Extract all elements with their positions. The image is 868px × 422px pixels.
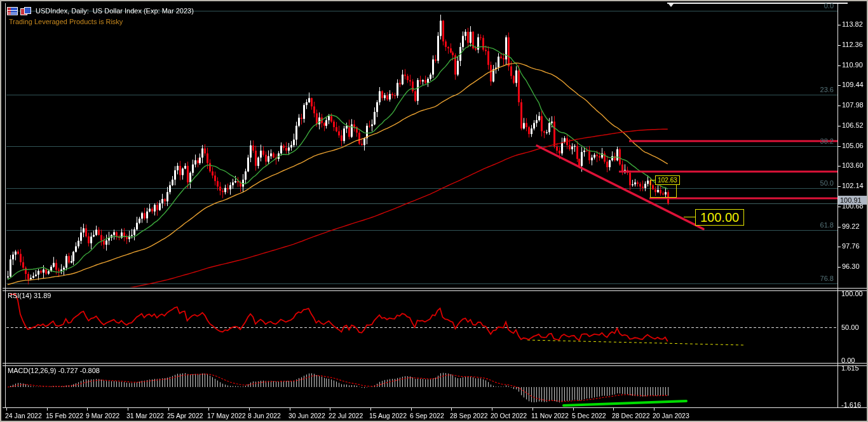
chart-shift-line (667, 3, 848, 4)
price-axis-tick (837, 166, 841, 167)
time-axis-tick (249, 408, 250, 411)
chart-title: USDIndex, Daily: US Dollar Index (Exp: M… (36, 7, 194, 15)
price-axis-tick (837, 267, 841, 268)
time-axis-label: 31 Mar 2022 (126, 412, 164, 419)
price-axis-tick (837, 106, 841, 106)
price-axis-tick (837, 207, 841, 207)
panel-separator[interactable] (3, 363, 867, 364)
time-axis-label: 28 Dec 2022 (612, 412, 650, 419)
price-axis-label: 102.14 (842, 182, 864, 189)
price-tag-annotation[interactable]: 102.63 (655, 175, 680, 185)
price-axis-tick (837, 126, 841, 126)
time-axis-label: 15 Feb 2022 (46, 412, 83, 419)
price-axis-tick (837, 186, 841, 187)
time-axis-tick (411, 408, 412, 411)
fib-level-label: 76.8 (820, 275, 834, 282)
price-axis-tick (837, 25, 841, 25)
price-axis-tick (837, 227, 841, 228)
time-axis-tick (6, 408, 7, 411)
fib-level-label: 0.0 (824, 2, 834, 10)
price-axis-label: 113.82 (842, 20, 863, 28)
price-axis-label: 96.30 (842, 262, 860, 270)
price-axis-label: 110.90 (842, 61, 863, 69)
price-axis-label: 99.22 (842, 222, 860, 230)
rsi-scale-label: 50.00 (841, 323, 859, 331)
time-axis-tick (168, 408, 169, 411)
price-axis-label: 107.98 (842, 101, 864, 109)
rsi-scale-label: 100.00 (841, 290, 863, 297)
time-axis-label: 24 Jan 2022 (5, 412, 42, 419)
rsi-scale-label: 0.00 (841, 357, 855, 364)
price-axis-border (837, 3, 838, 408)
fib-level-label: 23.6 (820, 86, 834, 93)
panel-separator[interactable] (3, 288, 867, 289)
time-axis-tick (330, 408, 330, 411)
current-price-badge: 100.91 (838, 196, 868, 205)
price-axis-tick (837, 45, 841, 46)
time-axis-label: 20 Oct 2022 (491, 412, 527, 419)
price-axis-label: 106.52 (842, 121, 864, 129)
left-plot-border (5, 3, 6, 408)
macd-indicator-label: MACD(12,26,9) -0.727 -0.808 (8, 367, 100, 374)
panel-separator[interactable] (3, 365, 867, 366)
time-axis-label: 17 May 2022 (207, 412, 246, 419)
time-axis-tick (87, 408, 88, 411)
price-axis-tick (837, 65, 841, 66)
fib-level-label: 50.0 (820, 179, 834, 187)
chart-window: USDIndex, Daily: US Dollar Index (Exp: M… (0, 0, 868, 422)
price-axis-label: 97.76 (842, 242, 860, 250)
price-axis-label: 109.44 (842, 81, 864, 88)
fib-level-label: 61.8 (820, 221, 834, 229)
price-axis-tick (837, 85, 841, 86)
macd-scale-label: 1.615 (841, 364, 859, 372)
time-axis-tick (613, 408, 614, 411)
rsi-indicator-label: RSI(14) 31.89 (8, 292, 51, 299)
price-axis-label: 103.60 (842, 161, 864, 169)
target-callout-line (684, 217, 695, 217)
macd-scale-label: -1.616 (841, 401, 861, 409)
time-axis-tick (128, 408, 128, 411)
price-axis-label: 112.36 (842, 41, 863, 48)
risk-warning: Trading Leveraged Products is Risky (9, 18, 123, 25)
time-axis-tick (654, 408, 654, 411)
time-axis-tick (290, 408, 290, 411)
price-axis-label: 105.06 (842, 142, 864, 149)
price-axis-tick (837, 247, 841, 247)
time-axis-separator (3, 407, 867, 408)
price-axis-tick (837, 146, 841, 147)
time-axis-label: 9 Mar 2022 (86, 412, 119, 419)
time-axis-label: 11 Nov 2022 (531, 412, 569, 419)
panel-separator[interactable] (3, 290, 867, 291)
chart-shift-marker-icon[interactable] (668, 4, 674, 7)
time-axis-label: 30 Jun 2022 (288, 412, 325, 419)
bar-chart-icon[interactable] (20, 7, 31, 15)
time-axis-tick (47, 408, 48, 411)
time-axis-label: 25 Apr 2022 (167, 412, 203, 419)
time-axis-label: 20 Jan 2023 (653, 412, 689, 419)
time-axis-tick (573, 408, 574, 411)
time-axis-label: 28 Sep 2022 (450, 412, 488, 419)
time-axis-tick (532, 408, 533, 411)
time-axis-label: 15 Aug 2022 (369, 412, 407, 419)
time-axis-tick (451, 408, 452, 411)
time-axis-label: 22 Jul 2022 (329, 412, 363, 419)
time-axis-tick (208, 408, 209, 411)
time-axis-tick (370, 408, 371, 411)
time-axis-tick (492, 408, 492, 411)
time-axis-label: 8 Jun 2022 (248, 412, 281, 419)
fib-level-label: 38.2 (820, 137, 834, 145)
time-axis-label: 6 Sep 2022 (410, 412, 444, 419)
time-axis-label: 5 Dec 2022 (572, 412, 606, 419)
target-price-label[interactable]: 100.00 (695, 209, 744, 226)
quotes-grid-icon[interactable] (7, 7, 18, 15)
